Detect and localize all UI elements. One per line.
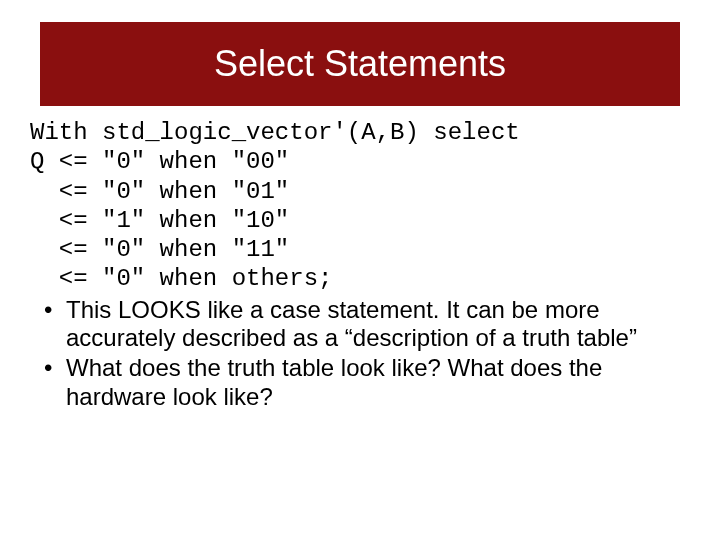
code-line-1: With std_logic_vector'(A,B) select [30,119,520,146]
bullet-item: What does the truth table look like? Wha… [36,354,690,411]
code-line-6: <= "0" when others; [30,265,332,292]
bullet-list: This LOOKS like a case statement. It can… [30,296,690,411]
code-line-5: <= "0" when "11" [30,236,289,263]
slide-title: Select Statements [214,43,506,85]
title-bar: Select Statements [40,22,680,106]
code-line-4: <= "1" when "10" [30,207,289,234]
code-line-3: <= "0" when "01" [30,178,289,205]
slide-content: With std_logic_vector'(A,B) select Q <= … [0,106,720,411]
code-line-2: Q <= "0" when "00" [30,148,289,175]
bullet-item: This LOOKS like a case statement. It can… [36,296,690,353]
code-block: With std_logic_vector'(A,B) select Q <= … [30,118,690,294]
